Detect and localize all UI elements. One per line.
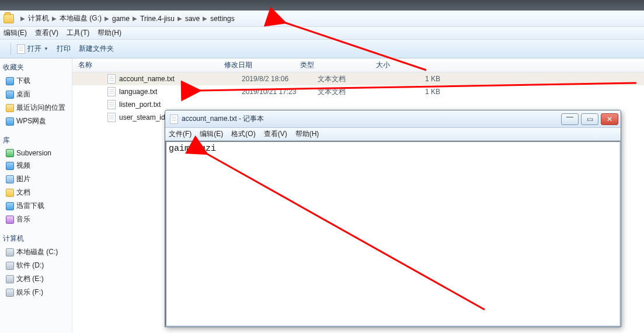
menu-view[interactable]: 查看(V) [264, 129, 287, 139]
document-icon [170, 115, 178, 124]
breadcrumb-segment[interactable]: settings [210, 15, 234, 23]
file-size: 1 KB [394, 88, 464, 96]
breadcrumb-segment[interactable]: save [185, 15, 200, 23]
breadcrumb-segment[interactable]: 本地磁盘 (G:) [60, 13, 102, 23]
sidebar-item[interactable]: 迅雷下载 [0, 199, 72, 213]
file-row[interactable]: account_name.txt2019/8/2 18:06文本文档1 KB [72, 72, 644, 85]
sidebar-item[interactable]: 下载 [0, 74, 72, 88]
breadcrumb-segment[interactable]: 计算机 [28, 13, 49, 23]
notepad-title: account_name.txt - 记事本 [182, 114, 561, 124]
file-date: 2019/8/2 18:06 [242, 75, 318, 83]
menu-tools[interactable]: 工具(T) [67, 28, 89, 38]
menu-file[interactable]: 文件(F) [169, 129, 192, 139]
sidebar-item-label: 本地磁盘 (C:) [16, 247, 58, 257]
document-icon [107, 100, 116, 109]
open-button-label: 打开 [27, 44, 41, 54]
breadcrumb-segment[interactable]: Trine.4-jisu [140, 15, 175, 23]
drive-icon [6, 262, 14, 270]
file-row[interactable]: language.txt2019/10/21 17:23文本文档1 KB [72, 85, 644, 98]
file-date: 2019/10/21 17:23 [242, 88, 318, 96]
document-icon [6, 189, 14, 197]
sidebar-item[interactable]: 娱乐 (F:) [0, 286, 72, 299]
close-button[interactable]: ✕ [601, 113, 618, 125]
svn-icon [6, 149, 14, 157]
column-header-name[interactable]: 名称 [72, 60, 224, 70]
notepad-menubar: 文件(F) 编辑(E) 格式(O) 查看(V) 帮助(H) [165, 128, 621, 141]
close-icon: ✕ [607, 115, 612, 123]
menu-edit[interactable]: 编辑(E) [4, 28, 27, 38]
drive-icon [6, 289, 14, 297]
sidebar-item[interactable]: 桌面 [0, 88, 72, 101]
column-header-type[interactable]: 类型 [300, 60, 376, 70]
sidebar-group-libraries[interactable]: 库 [0, 134, 72, 147]
desktop-icon [6, 91, 14, 99]
download-icon [6, 77, 14, 85]
breadcrumb-segment[interactable]: game [112, 15, 130, 23]
music-icon [6, 216, 14, 224]
explorer-menubar: 编辑(E) 查看(V) 工具(T) 帮助(H) [0, 27, 644, 40]
sidebar-item[interactable]: 音乐 [0, 213, 72, 226]
maximize-icon: ▭ [587, 115, 593, 123]
print-button[interactable]: 打印 [57, 44, 71, 54]
file-row[interactable]: listen_port.txt [72, 98, 644, 111]
column-header-date[interactable]: 修改日期 [224, 60, 300, 70]
address-bar[interactable]: ▶ 计算机 ▶ 本地磁盘 (G:) ▶ game ▶ Trine.4-jisu … [0, 11, 644, 27]
drive-icon [6, 275, 14, 283]
sidebar-item-label: 最近访问的位置 [16, 103, 65, 113]
cloud-icon [6, 117, 14, 126]
notepad-edit-area [165, 141, 621, 327]
file-name: listen_port.txt [119, 100, 242, 109]
menu-help[interactable]: 帮助(H) [295, 129, 319, 139]
sidebar-group-favorites[interactable]: 收藏夹 [0, 61, 72, 74]
video-icon [6, 162, 14, 170]
sidebar-item-label: 图片 [16, 174, 30, 184]
notepad-textarea[interactable] [166, 142, 619, 325]
toolbar-separator [11, 43, 11, 55]
picture-icon [6, 175, 14, 183]
minimize-icon: — [566, 113, 573, 121]
folder-icon [4, 14, 14, 23]
menu-help[interactable]: 帮助(H) [98, 28, 121, 38]
maximize-button[interactable]: ▭ [581, 113, 598, 125]
recent-icon [6, 104, 14, 112]
sidebar-item[interactable]: 文档 [0, 186, 72, 199]
chevron-right-icon: ▶ [20, 15, 25, 22]
file-type: 文本文档 [318, 87, 394, 97]
sidebar-item[interactable]: Subversion [0, 147, 72, 159]
sidebar-item[interactable]: 文档 (E:) [0, 272, 72, 286]
minimize-button[interactable]: — [561, 113, 579, 125]
menu-edit[interactable]: 编辑(E) [200, 129, 223, 139]
sidebar-item[interactable]: 本地磁盘 (C:) [0, 245, 72, 259]
sidebar-item[interactable]: WPS网盘 [0, 115, 72, 128]
sidebar-item[interactable]: 图片 [0, 172, 72, 186]
document-icon [107, 87, 116, 96]
drive-icon [6, 248, 14, 256]
sidebar-heading-label: 收藏夹 [3, 63, 24, 72]
open-button[interactable]: 打开 ▼ [17, 44, 48, 54]
sidebar-item[interactable]: 最近访问的位置 [0, 101, 72, 115]
sidebar-heading-label: 计算机 [3, 234, 24, 244]
sidebar-item-label: 文档 [16, 188, 30, 197]
menu-view[interactable]: 查看(V) [35, 28, 58, 38]
sidebar-item-label: 视频 [16, 161, 30, 171]
document-icon [107, 74, 116, 84]
chevron-right-icon: ▶ [105, 15, 109, 22]
new-folder-button[interactable]: 新建文件夹 [79, 44, 114, 54]
explorer-toolbar: 打开 ▼ 打印 新建文件夹 [0, 40, 644, 58]
navigation-pane: 收藏夹 下载 桌面 最近访问的位置 WPS网盘 库 Subversion 视频 … [0, 58, 72, 333]
chevron-right-icon: ▶ [133, 15, 137, 22]
file-type: 文本文档 [318, 74, 394, 84]
chevron-right-icon: ▶ [177, 15, 182, 22]
sidebar-group-computer[interactable]: 计算机 [0, 232, 72, 245]
notepad-titlebar[interactable]: account_name.txt - 记事本 — ▭ ✕ [165, 110, 621, 128]
menu-format[interactable]: 格式(O) [231, 129, 255, 139]
column-header-size[interactable]: 大小 [376, 60, 446, 70]
file-name: language.txt [119, 88, 242, 96]
notepad-window: account_name.txt - 记事本 — ▭ ✕ 文件(F) 编辑(E)… [165, 110, 621, 327]
sidebar-item-label: 桌面 [16, 89, 30, 99]
sidebar-item[interactable]: 软件 (D:) [0, 259, 72, 272]
sidebar-item[interactable]: 视频 [0, 159, 72, 172]
file-size: 1 KB [394, 75, 464, 83]
desktop-background-strip [0, 0, 644, 12]
thunder-icon [6, 202, 14, 210]
